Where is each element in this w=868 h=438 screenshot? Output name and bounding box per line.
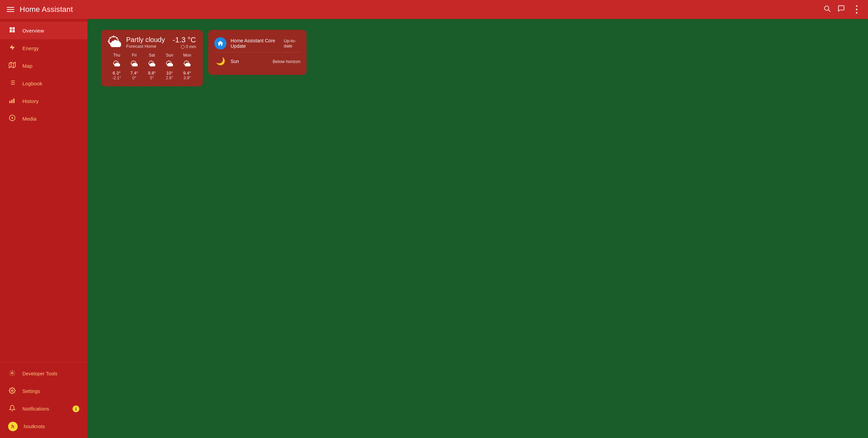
topbar: Home Assistant ⋮ [0,0,868,19]
sidebar-label-user: houtknots [24,424,45,429]
update-card: Home Assistant Core Update Up-to-date 🌙 … [208,30,307,75]
user-avatar: h [8,422,18,431]
weather-desc-block: Partly cloudy Forecast Home [126,36,165,49]
weather-forecast: Thu 🌥 6.3° -2.1° Fri 🌥 7.4° 0° Sat 🌥 [108,53,196,80]
ha-update-icon [214,37,226,49]
cards-row: 🌥 Partly cloudy Forecast Home -1.3 °C 0 … [101,30,854,86]
forecast-day-1: Fri 🌥 7.4° 0° [125,53,143,80]
svg-marker-7 [9,62,15,68]
update-row-sun: 🌙 Sun Below horizon [214,52,300,70]
media-icon [8,114,16,123]
sidebar-label-energy: Energy [22,45,39,51]
sidebar-item-user[interactable]: h houtknots [0,418,87,435]
map-icon [8,62,16,70]
content-area: 🌥 Partly cloudy Forecast Home -1.3 °C 0 … [87,19,868,438]
sidebar-label-settings: Settings [22,389,40,394]
sidebar-nav: Overview Energy Map Logbook [0,22,87,362]
weather-location: Forecast Home [126,44,165,49]
weather-main: 🌥 Partly cloudy Forecast Home -1.3 °C 0 … [108,35,196,49]
settings-icon [8,387,16,396]
ha-update-status: Up-to-date [284,38,300,48]
developer-tools-icon [8,370,16,378]
notification-badge: 1 [73,405,79,412]
energy-icon [8,44,16,53]
sidebar-item-media[interactable]: Media [0,110,87,127]
history-icon [8,97,16,105]
svg-rect-16 [9,101,11,103]
svg-marker-6 [10,44,15,50]
sidebar-label-overview: Overview [22,28,44,34]
svg-rect-3 [13,27,15,29]
weather-temp-block: -1.3 °C 0 mm [173,36,196,49]
sidebar-label-notifications: Notifications [22,406,49,412]
sidebar-item-overview[interactable]: Overview [0,22,87,39]
sidebar-item-settings[interactable]: Settings [0,382,87,400]
sun-icon: 🌙 [214,55,226,67]
sidebar-item-notifications[interactable]: Notifications 1 [0,400,87,418]
sidebar-label-logbook: Logbook [22,81,42,86]
forecast-day-2: Sat 🌥 9.8° 5° [143,53,161,80]
svg-point-22 [12,390,13,391]
forecast-day-0: Thu 🌥 6.3° -2.1° [108,53,125,80]
svg-line-1 [828,10,830,12]
svg-rect-17 [12,100,13,103]
topbar-right: ⋮ [823,5,861,14]
weather-precipitation: 0 mm [173,44,196,49]
weather-card: 🌥 Partly cloudy Forecast Home -1.3 °C 0 … [101,30,203,86]
sidebar-label-map: Map [22,63,33,69]
sidebar-label-developer-tools: Developer Tools [22,371,57,376]
sidebar-bottom: Developer Tools Settings Notifications 1… [0,362,87,438]
sidebar-item-energy[interactable]: Energy [0,39,87,57]
logbook-icon [8,79,16,88]
svg-rect-4 [10,30,12,32]
svg-rect-18 [13,99,14,103]
main-layout: Overview Energy Map Logbook [0,19,868,438]
search-icon[interactable] [823,5,831,14]
app-title: Home Assistant [20,5,73,14]
svg-marker-20 [12,117,13,119]
weather-icon: 🌥 [108,35,122,49]
overview-icon [8,26,16,35]
more-options-icon[interactable]: ⋮ [852,5,861,14]
svg-point-21 [12,372,13,374]
ha-update-label: Home Assistant Core Update [231,38,280,49]
forecast-day-3: Sun 🌥 10° 2.6° [161,53,178,80]
svg-rect-2 [10,27,12,29]
sidebar-label-history: History [22,98,39,104]
sidebar: Overview Energy Map Logbook [0,19,87,438]
topbar-left: Home Assistant [7,5,73,14]
sidebar-item-developer-tools[interactable]: Developer Tools [0,365,87,382]
sidebar-item-history[interactable]: History [0,92,87,110]
sun-status: Below horizon [273,59,300,64]
notifications-icon [8,405,16,413]
weather-condition: Partly cloudy [126,36,165,44]
menu-button[interactable] [7,7,14,12]
weather-temperature: -1.3 °C [173,36,196,44]
sun-label: Sun [231,59,239,64]
update-row-ha: Home Assistant Core Update Up-to-date [214,35,300,52]
chat-icon[interactable] [837,5,845,14]
sidebar-item-logbook[interactable]: Logbook [0,75,87,92]
forecast-day-4: Mon 🌥 9.4° 3.9° [178,53,196,80]
svg-rect-5 [13,30,15,32]
sidebar-item-map[interactable]: Map [0,57,87,75]
sidebar-label-media: Media [22,116,37,122]
